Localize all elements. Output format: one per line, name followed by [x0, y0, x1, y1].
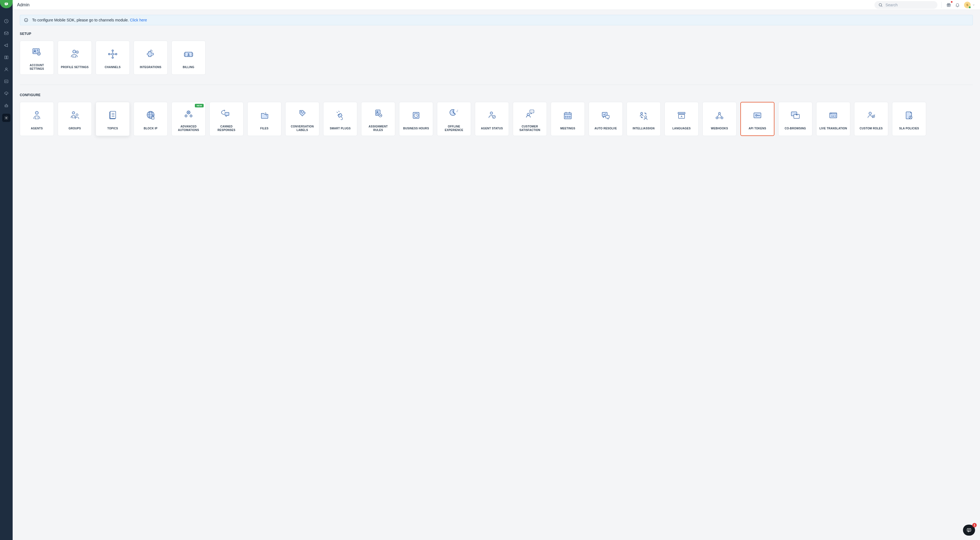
integrations-icon: [145, 47, 157, 62]
card-smart-plugs[interactable]: SMART PLUGS: [323, 102, 357, 136]
card-sla-policies[interactable]: SLA POLICIES: [892, 102, 926, 136]
profile-settings-icon: [69, 47, 81, 62]
card-topics[interactable]: TOPICS: [95, 102, 130, 136]
svg-point-48: [185, 115, 187, 117]
avatar-initial: S: [966, 3, 968, 6]
card-languages[interactable]: A LANGUAGES: [665, 102, 698, 136]
sidebar: [0, 0, 13, 540]
card-intelliassign[interactable]: INTELLIASSIGN: [627, 102, 661, 136]
banner-link[interactable]: Click here: [130, 18, 147, 22]
agent-status-icon: [486, 108, 498, 123]
card-conversation-labels[interactable]: CONVERSATION LABELS: [285, 102, 319, 136]
gift-icon: [946, 3, 951, 8]
svg-point-23: [111, 53, 113, 55]
card-api-tokens[interactable]: API TOKENS: [740, 102, 775, 136]
nav-people[interactable]: [2, 65, 10, 74]
search-box[interactable]: [875, 1, 937, 9]
svg-point-72: [532, 111, 533, 111]
conversation-labels-icon: [296, 106, 309, 121]
nav-campaigns[interactable]: [2, 41, 10, 49]
card-assignment-rules[interactable]: ASSIGNMENT RULES: [361, 102, 395, 136]
card-label: ADVANCED AUTOMATIONS: [174, 125, 203, 132]
card-label: WEBHOOKS: [711, 127, 728, 130]
card-offline-experience[interactable]: zz OFFLINE EXPERIENCE: [437, 102, 471, 136]
svg-point-20: [73, 50, 76, 53]
card-billing[interactable]: $ BILLING: [172, 41, 205, 75]
search-input[interactable]: [886, 3, 934, 7]
card-block-ip[interactable]: BLOCK IP: [134, 102, 168, 136]
card-label: CUSTOM ROLES: [860, 127, 883, 130]
chat-fab[interactable]: 1: [963, 525, 975, 535]
card-label: ACCOUNT SETTINGS: [22, 64, 51, 71]
card-custom-roles[interactable]: CUSTOM ROLES: [854, 102, 888, 136]
info-icon: [24, 18, 28, 22]
channels-icon: [107, 47, 119, 62]
app-logo[interactable]: [0, 0, 13, 8]
svg-point-97: [830, 113, 831, 113]
card-files[interactable]: FILES: [247, 102, 282, 136]
nav-reports[interactable]: [2, 78, 10, 86]
presence-indicator: [969, 6, 971, 8]
svg-rect-85: [678, 112, 685, 114]
notifications-button[interactable]: [954, 2, 961, 8]
svg-rect-105: [967, 529, 970, 531]
svg-line-57: [339, 111, 339, 112]
card-label: OFFLINE EXPERIENCE: [439, 125, 469, 132]
bell-icon: [955, 3, 960, 8]
section-divider: [20, 84, 973, 85]
svg-point-101: [869, 112, 872, 114]
nav-dashboard[interactable]: [2, 17, 10, 25]
svg-point-9: [6, 117, 7, 119]
card-customer-satisfaction[interactable]: CUSTOMER SATISFACTION: [513, 102, 547, 136]
svg-rect-6: [5, 105, 8, 107]
svg-point-45: [153, 118, 153, 118]
svg-point-10: [879, 3, 881, 6]
card-profile-settings[interactable]: PROFILE SETTINGS: [58, 41, 92, 75]
card-label: BILLING: [183, 65, 194, 69]
card-canned-responses[interactable]: CANNED RESPONSES: [209, 102, 243, 136]
files-icon: [258, 108, 270, 123]
card-agents[interactable]: AGENTS: [20, 102, 54, 136]
search-icon: [878, 3, 883, 7]
agents-icon: [31, 108, 43, 123]
card-auto-resolve[interactable]: AUTO RESOLVE: [589, 102, 623, 136]
sla-policies-icon: [903, 108, 915, 123]
languages-icon: A: [676, 108, 687, 123]
card-advanced-automations[interactable]: NEW ADVANCED AUTOMATIONS: [172, 102, 205, 136]
card-agent-status[interactable]: AGENT STATUS: [475, 102, 509, 136]
card-label: CO-BROWSING: [784, 127, 806, 130]
svg-rect-55: [338, 113, 342, 118]
fab-badge: 1: [972, 523, 977, 527]
svg-line-56: [337, 112, 338, 113]
assignment-rules-icon: [372, 106, 384, 121]
card-label: LIVE TRANSLATION: [819, 127, 847, 130]
card-channels[interactable]: CHANNELS: [95, 41, 130, 75]
card-webhooks[interactable]: WEBHOOKS: [702, 102, 737, 136]
svg-point-84: [645, 116, 647, 118]
card-live-translation[interactable]: A文 LIVE TRANSLATION: [816, 102, 850, 136]
card-business-hours[interactable]: BUSINESS HOURS: [399, 102, 433, 136]
svg-rect-0: [5, 3, 8, 5]
section-title-setup: SETUP: [20, 32, 973, 36]
meetings-icon: [562, 108, 574, 123]
advanced-automations-icon: [183, 106, 194, 121]
card-groups[interactable]: GROUPS: [58, 102, 92, 136]
card-label: TOPICS: [107, 127, 118, 130]
smart-plugs-icon: [334, 108, 346, 123]
notification-dot: [951, 1, 953, 3]
svg-point-26: [108, 53, 110, 55]
nav-admin[interactable]: [2, 114, 10, 122]
card-meetings[interactable]: MEETINGS: [551, 102, 585, 136]
nav-apps[interactable]: [2, 89, 10, 98]
offline-experience-icon: zz: [448, 106, 460, 121]
nav-inbox[interactable]: [2, 29, 10, 37]
card-integrations[interactable]: INTEGRATIONS: [134, 41, 168, 75]
gifts-button[interactable]: [945, 2, 952, 8]
svg-point-50: [190, 115, 192, 117]
card-label: INTEGRATIONS: [140, 65, 161, 69]
card-co-browsing[interactable]: CO-BROWSING: [778, 102, 812, 136]
nav-knowledge[interactable]: [2, 53, 10, 62]
user-menu[interactable]: S: [964, 2, 975, 8]
card-account-settings[interactable]: ACCOUNT SETTINGS: [20, 41, 54, 75]
nav-bot[interactable]: [2, 102, 10, 110]
